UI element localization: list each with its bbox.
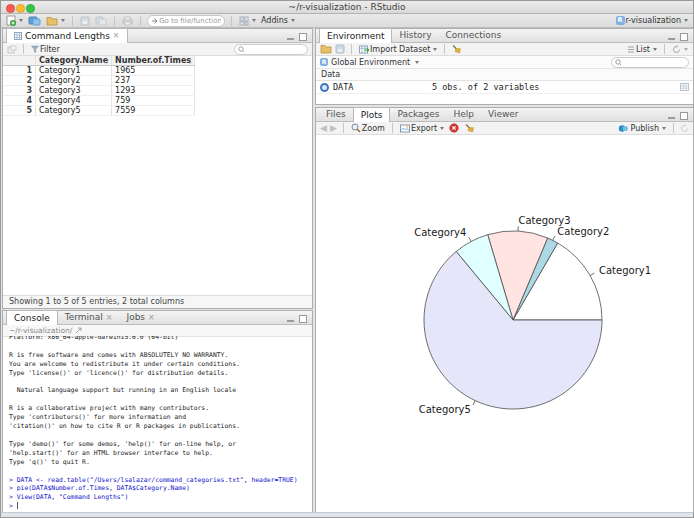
import-dataset-icon xyxy=(359,45,369,54)
table-cell: 759 xyxy=(112,96,195,106)
export-image-icon xyxy=(400,124,410,133)
maximize-pane-icon[interactable] xyxy=(680,33,688,41)
save-all-icon xyxy=(95,16,107,26)
close-tab-icon[interactable]: × xyxy=(148,314,155,322)
tab-viewer[interactable]: Viewer xyxy=(481,108,526,121)
zoom-plot-button[interactable]: Zoom xyxy=(350,122,386,134)
plots-toolbar: ◀ ▶ Zoom Export Publish xyxy=(316,122,693,135)
new-file-caret-icon xyxy=(19,19,23,22)
export-plot-button[interactable]: Export xyxy=(399,122,445,134)
filter-button[interactable]: Filter xyxy=(30,43,61,55)
pie-label-Category2: Category2 xyxy=(557,226,609,237)
tab-command-lengths[interactable]: Command Lengths × xyxy=(6,28,128,43)
minimize-pane-icon[interactable] xyxy=(668,117,675,119)
goto-file-box[interactable] xyxy=(147,15,225,27)
sort-icon xyxy=(105,58,110,64)
tab-plots[interactable]: Plots xyxy=(353,107,391,122)
toolbar-separator xyxy=(664,44,665,54)
row-number-header[interactable] xyxy=(3,56,36,66)
viewer-search-box[interactable] xyxy=(234,44,308,55)
minimize-pane-icon[interactable] xyxy=(668,38,675,40)
object-name: DATA xyxy=(333,82,428,92)
open-file-caret-icon xyxy=(61,19,65,22)
close-tab-icon[interactable]: × xyxy=(113,32,120,40)
table-row[interactable]: 1Category11965 xyxy=(3,66,195,76)
main-toolbar: Addins R r-visualization xyxy=(1,14,693,28)
remove-plot-button[interactable] xyxy=(448,122,460,134)
tab-files[interactable]: Files xyxy=(319,108,353,121)
table-row[interactable]: 5Category57559 xyxy=(3,106,195,116)
open-file-button[interactable] xyxy=(45,15,66,27)
toolbar-separator xyxy=(673,123,674,133)
column-header-times[interactable]: Number.of.Times xyxy=(112,56,195,66)
environment-entry-row[interactable]: DATA 5 obs. of 2 variables xyxy=(316,81,693,94)
console-command-line: > View(DATA, "Command Lengths") xyxy=(9,493,312,502)
clear-objects-broom-icon[interactable] xyxy=(451,44,462,54)
tab-help[interactable]: Help xyxy=(446,108,481,121)
pie-label-Category3: Category3 xyxy=(519,215,571,226)
viewer-search-input[interactable] xyxy=(246,45,304,53)
pane-layout-button[interactable] xyxy=(238,15,257,27)
new-file-button[interactable] xyxy=(5,15,24,27)
publish-button[interactable]: Publish xyxy=(617,122,667,134)
pie-label-Category1: Category1 xyxy=(599,265,651,276)
environment-search-box[interactable] xyxy=(611,57,689,68)
console-output-line xyxy=(9,378,312,387)
export-caret-icon xyxy=(440,127,444,130)
titlebar: ~/r-visualization - RStudio xyxy=(1,1,693,14)
table-row[interactable]: 3Category31293 xyxy=(3,86,195,96)
tab-environment[interactable]: Environment xyxy=(319,28,392,43)
new-project-button[interactable] xyxy=(27,15,42,27)
console-output-line: Type 'q()' to quit R. xyxy=(9,458,312,467)
console-output-line: 'citation()' on how to cite R or R packa… xyxy=(9,422,312,431)
goto-directory-icon[interactable] xyxy=(75,327,82,334)
tab-history[interactable]: History xyxy=(392,29,438,42)
column-header-name[interactable]: Category.Name xyxy=(36,56,112,66)
close-tab-icon[interactable]: × xyxy=(106,314,113,322)
console-cursor[interactable] xyxy=(17,502,18,509)
table-row[interactable]: 4Category4759 xyxy=(3,96,195,106)
zoom-label: Zoom xyxy=(362,124,385,133)
search-icon xyxy=(238,46,244,53)
addins-button[interactable]: Addins xyxy=(260,15,296,27)
minimize-pane-icon[interactable] xyxy=(287,320,294,322)
console-output-line: Type 'license()' or 'licence()' for dist… xyxy=(9,369,312,378)
clear-plots-broom-icon xyxy=(464,123,475,133)
table-cell: 1 xyxy=(3,66,36,76)
tab-terminal[interactable]: Terminal× xyxy=(58,311,120,324)
refresh-plot-icon xyxy=(680,124,689,133)
tab-connections[interactable]: Connections xyxy=(439,29,509,42)
console-output-area[interactable]: Platform: x86_64-apple-darwin15.6.0 (64-… xyxy=(3,336,312,511)
clear-all-plots-button[interactable] xyxy=(463,122,476,134)
import-dataset-button[interactable]: Import Dataset xyxy=(358,43,438,55)
pie-label-tick xyxy=(473,401,475,406)
refresh-icon xyxy=(672,45,681,54)
goto-file-input[interactable] xyxy=(159,17,221,25)
view-table-icon[interactable] xyxy=(680,83,689,91)
print-button xyxy=(121,15,134,27)
project-name-label: r-visualization xyxy=(626,16,681,25)
maximize-pane-icon[interactable] xyxy=(680,112,688,120)
list-view-button[interactable]: List xyxy=(626,43,658,55)
refresh-environment-button[interactable] xyxy=(671,43,689,55)
remove-plot-icon xyxy=(449,123,459,133)
list-view-label: List xyxy=(636,45,650,54)
save-workspace-icon[interactable] xyxy=(335,44,345,54)
project-menu-button[interactable]: R r-visualization xyxy=(615,15,689,27)
table-cell: 4 xyxy=(3,96,36,106)
goto-file-icon xyxy=(151,17,157,24)
table-row[interactable]: 2Category2237 xyxy=(3,76,195,86)
maximize-pane-icon[interactable] xyxy=(299,33,307,41)
maximize-pane-icon[interactable] xyxy=(299,315,307,323)
console-pane: Console Terminal× Jobs× ~/r-visualizatio… xyxy=(2,310,313,513)
minimize-pane-icon[interactable] xyxy=(287,38,294,40)
tab-jobs[interactable]: Jobs× xyxy=(119,311,161,324)
window-bottom-edge xyxy=(1,512,693,517)
publish-label: Publish xyxy=(630,124,659,133)
scope-selector[interactable]: Global Environment xyxy=(331,58,410,67)
load-workspace-icon[interactable] xyxy=(320,44,332,54)
tab-packages[interactable]: Packages xyxy=(390,108,446,121)
previous-plot-icon: ◀ xyxy=(320,123,327,133)
tab-console[interactable]: Console xyxy=(6,310,58,325)
environment-search-input[interactable] xyxy=(623,58,685,66)
